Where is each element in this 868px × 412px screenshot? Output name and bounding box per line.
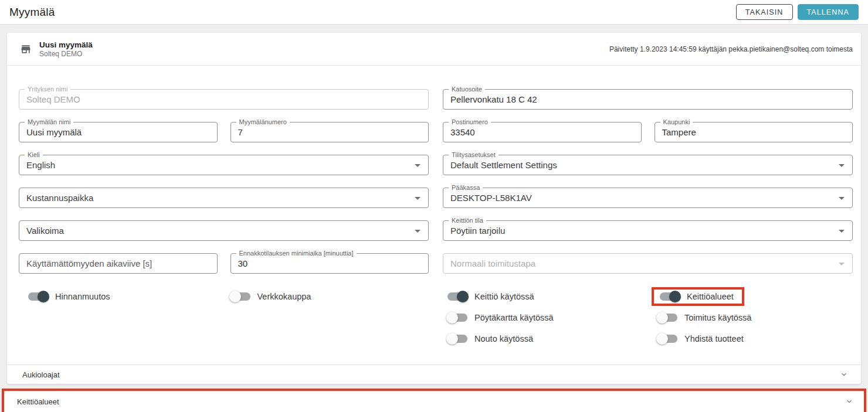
chevron-down-icon bbox=[840, 370, 848, 379]
select-placeholder: Kustannuspaikka bbox=[19, 188, 428, 207]
form-left-column: Yrityksen nimi Myymälän nimi Myymälänume… bbox=[19, 89, 429, 365]
store-number-field: Myymälänumero bbox=[230, 122, 429, 142]
toggle-table-map[interactable]: Pöytäkartta käytössä bbox=[447, 312, 657, 324]
select-value: Pöytiin tarjoilu bbox=[443, 221, 852, 240]
form-right-column: Katuosoite Postinumero Kaupunki bbox=[443, 89, 853, 365]
toggle-label: Toimitus käytössä bbox=[684, 313, 751, 322]
toggle-switch[interactable] bbox=[657, 314, 677, 322]
field-label: Kaupunki bbox=[660, 118, 693, 126]
toggle-switch[interactable] bbox=[230, 292, 250, 301]
store-card: Uusi myymälä Solteq DEMO Päivitetty 1.9.… bbox=[7, 33, 861, 384]
main-register-select[interactable]: Pääkassa DESKTOP-L58K1AV bbox=[443, 188, 853, 208]
toggle-label: Yhdistä tuotteet bbox=[684, 334, 744, 343]
field-label: Keittiön tila bbox=[449, 216, 486, 224]
company-name-field: Yrityksen nimi bbox=[19, 89, 429, 110]
toolbar-actions: TAKAISIN TALLENNA bbox=[736, 4, 859, 20]
toggle-label: Verkkokauppa bbox=[257, 292, 311, 301]
default-delivery-select: Normaali toimitustapa bbox=[443, 253, 853, 274]
toggle-switch[interactable] bbox=[660, 292, 680, 301]
toggle-label: Pöytäkartta käytössä bbox=[474, 313, 554, 322]
field-label: Kieli bbox=[25, 151, 43, 159]
store-icon bbox=[20, 43, 32, 55]
store-name-field: Myymälän nimi bbox=[19, 122, 218, 142]
card-subtitle: Solteq DEMO bbox=[39, 50, 93, 58]
accordion-kitchen-areas[interactable]: Keittiöalueet bbox=[2, 389, 866, 412]
toggle-delivery[interactable]: Toimitus käytössä bbox=[657, 312, 853, 324]
field-label: Myymälänumero bbox=[236, 118, 290, 126]
toggle-combine-products[interactable]: Yhdistä tuotteet bbox=[657, 333, 853, 345]
field-label: Tilitysasetukset bbox=[449, 151, 499, 159]
select-value: English bbox=[19, 155, 428, 175]
top-bar: Myymälä TAKAISIN TALLENNA bbox=[0, 0, 868, 25]
accordion-label: Keittiöalueet bbox=[17, 397, 59, 406]
settlement-select[interactable]: Tilitysasetukset Default Settlement Sett… bbox=[443, 155, 853, 175]
dropdown-caret-icon bbox=[415, 197, 421, 200]
dropdown-caret-icon bbox=[839, 263, 845, 265]
back-button[interactable]: TAKAISIN bbox=[736, 4, 793, 20]
toggle-label: Keittiöalueet bbox=[687, 292, 734, 301]
select-value: DESKTOP-L58K1AV bbox=[443, 188, 852, 207]
toggle-label: Hinnanmuutos bbox=[55, 292, 110, 301]
dropdown-caret-icon bbox=[839, 164, 845, 167]
field-label: Ennakkotilauksen minimiaika [minuuttia] bbox=[236, 249, 357, 257]
toggle-switch[interactable] bbox=[657, 335, 677, 343]
toggle-pickup[interactable]: Nouto käytössä bbox=[447, 333, 657, 345]
street-address-field: Katuosoite bbox=[443, 89, 853, 110]
store-form: Yrityksen nimi Myymälän nimi Myymälänume… bbox=[7, 66, 861, 365]
content-area: Uusi myymälä Solteq DEMO Päivitetty 1.9.… bbox=[0, 25, 868, 412]
card-title: Uusi myymälä bbox=[39, 40, 93, 49]
select-placeholder: Valikoima bbox=[19, 221, 428, 240]
card-header: Uusi myymälä Solteq DEMO Päivitetty 1.9.… bbox=[7, 33, 861, 66]
idle-timeout-input[interactable] bbox=[19, 254, 217, 273]
field-label: Pääkassa bbox=[449, 183, 483, 192]
toggle-switch[interactable] bbox=[447, 292, 467, 301]
annotation-box-kitchen-areas-toggle: Keittiöalueet bbox=[652, 287, 744, 306]
right-toggles: Keittiö käytössä Keittiöalueet Pöytäkart… bbox=[443, 291, 853, 345]
accordion-label: Aukioloajat bbox=[22, 370, 60, 379]
preorder-min-field: Ennakkotilauksen minimiaika [minuuttia] bbox=[230, 253, 429, 274]
kitchen-mode-select[interactable]: Keittiön tila Pöytiin tarjoilu bbox=[443, 220, 853, 241]
company-name-input bbox=[19, 90, 428, 109]
select-value: Default Settlement Settings bbox=[443, 155, 852, 175]
toggle-label: Keittiö käytössä bbox=[474, 292, 534, 301]
page-title: Myymälä bbox=[9, 6, 55, 19]
field-label: Myymälän nimi bbox=[25, 118, 73, 126]
toggle-switch[interactable] bbox=[447, 335, 467, 343]
dropdown-caret-icon bbox=[415, 164, 421, 167]
language-select[interactable]: Kieli English bbox=[19, 155, 429, 175]
dropdown-caret-icon bbox=[839, 230, 845, 233]
city-field: Kaupunki bbox=[655, 122, 853, 142]
chevron-down-icon bbox=[845, 397, 853, 406]
save-button[interactable]: TALLENNA bbox=[798, 4, 859, 20]
field-label: Yrityksen nimi bbox=[25, 85, 70, 93]
idle-timeout-field bbox=[19, 253, 218, 274]
select-placeholder: Normaali toimitustapa bbox=[443, 254, 852, 273]
accordion-opening-hours[interactable]: Aukioloajat bbox=[7, 365, 861, 384]
field-label: Katuosoite bbox=[449, 85, 485, 93]
left-toggles: Hinnanmuutos Verkkokauppa bbox=[19, 291, 429, 302]
postal-code-field: Postinumero bbox=[443, 122, 642, 142]
toggle-switch[interactable] bbox=[28, 292, 48, 301]
field-label: Postinumero bbox=[449, 118, 491, 126]
updated-info: Päivitetty 1.9.2023 14:45:59 käyttäjän p… bbox=[609, 45, 853, 53]
dropdown-caret-icon bbox=[839, 197, 845, 200]
toggle-label: Nouto käytössä bbox=[474, 334, 533, 343]
toggle-switch[interactable] bbox=[447, 314, 467, 322]
assortment-select[interactable]: Valikoima bbox=[19, 220, 429, 241]
toggle-kitchen-enabled[interactable]: Keittiö käytössä bbox=[447, 291, 657, 302]
dropdown-caret-icon bbox=[415, 230, 421, 233]
cost-center-select[interactable]: Kustannuspaikka bbox=[19, 188, 429, 208]
toggle-webshop[interactable]: Verkkokauppa bbox=[230, 291, 429, 302]
toggle-kitchen-areas[interactable]: Keittiöalueet bbox=[657, 291, 853, 302]
toggle-price-change[interactable]: Hinnanmuutos bbox=[28, 291, 218, 302]
street-address-input[interactable] bbox=[443, 90, 852, 109]
